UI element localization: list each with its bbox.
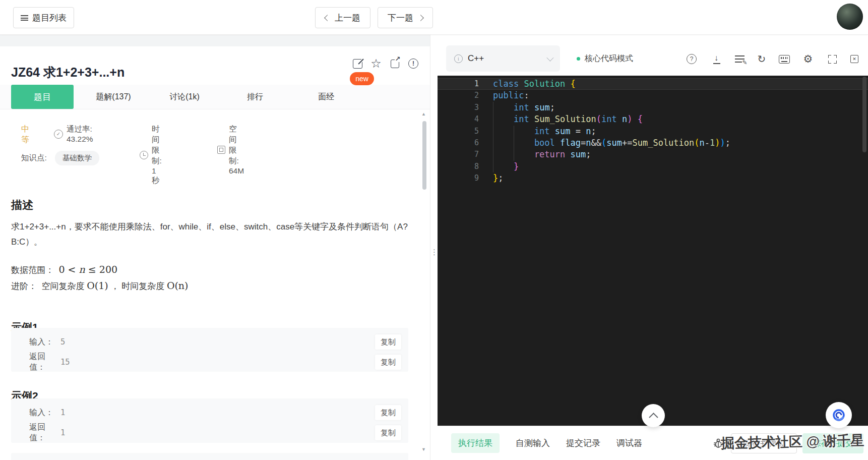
next-example-partial [11,453,408,460]
star-icon[interactable] [370,58,382,69]
example2-output-value: 1 [60,428,65,437]
scrollbar-down-arrow[interactable]: ▼ [421,447,426,452]
time-complexity: O(n) [167,280,189,291]
scrollbar-up-arrow[interactable]: ▲ [421,111,426,117]
clock-icon [140,151,148,159]
exit-layout-icon[interactable] [849,53,860,65]
prev-label: 上一题 [335,12,360,24]
problem-list-button[interactable]: 题目列表 [13,7,74,28]
data-range-math: 0 < n ≤ 200 [58,264,117,275]
settings-gear-icon[interactable] [802,53,814,65]
user-avatar[interactable] [837,4,863,30]
collapse-panel-button[interactable] [642,404,665,427]
copy-button[interactable]: 复制 [375,425,401,440]
space-limit: 空间限制: 64M [217,124,244,176]
report-alert-icon[interactable] [408,58,419,69]
check-circle-icon [54,130,63,139]
panel-divider [430,34,438,460]
tab-self-test-input[interactable]: 自测输入 [516,433,550,453]
advanced-line: 进阶： 空间复杂度 O(1) ， 时间复杂度 O(n) [11,280,189,292]
editor-panel: C++ 核心代码模式 1class Solution {2public:3 in… [438,34,868,460]
chevron-up-icon [649,413,658,422]
new-badge: new [350,72,374,85]
tab-debugger[interactable]: 调试器 [616,433,642,453]
difficulty-badge: 中等 [21,124,29,145]
chevron-left-icon [324,15,331,21]
next-question-button[interactable]: 下一题 [378,7,433,28]
problem-title: JZ64 求1+2+3+...+n [11,64,125,81]
example2-box: 输入： 1 复制 返回值： 1 复制 [11,398,408,443]
result-tabs: 执行结果 自测输入 提交记录 调试器 [451,433,642,453]
keyboard-shortcuts-icon[interactable] [779,53,790,65]
description-body: 求1+2+3+...+n，要求不能使用乘除法、for、while、if、else… [11,219,412,250]
example1-output-value: 15 [60,358,70,367]
tab-problem[interactable]: 题目 [11,85,74,109]
editor-footer: 执行结果 自测输入 提交记录 调试器 保存并调试 保存并提交 [438,426,868,460]
swirl-logo-icon [831,408,846,423]
example1-box: 输入： 5 复制 返回值： 15 复制 [11,328,408,372]
problem-panel: JZ64 求1+2+3+...+n new 题目 题解(137) 讨论(1k) … [0,34,430,460]
tab-ranking[interactable]: 排行 [242,85,268,109]
divider-drag-handle[interactable] [430,245,438,259]
top-bar: 题目列表 上一题 下一题 [0,0,868,35]
example1-input-value: 5 [60,337,65,347]
knowledge-row: 知识点: 基础数学 [21,151,99,165]
edit-icon[interactable] [352,58,363,69]
download-icon[interactable] [711,53,722,65]
copy-button[interactable]: 复制 [375,405,401,420]
save-and-debug-button[interactable]: 保存并调试 [731,433,797,453]
tab-interview[interactable]: 面经 [313,85,339,109]
chip-icon [217,146,225,154]
save-and-submit-button[interactable]: 保存并提交 [802,433,863,453]
tab-submission-history[interactable]: 提交记录 [566,433,600,453]
reset-refresh-icon[interactable] [756,53,767,65]
knowledge-label: 知识点: [21,153,47,163]
problem-tabs: 题目 题解(137) 讨论(1k) 排行 面经 [0,85,430,109]
bug-debug-icon[interactable] [712,437,724,449]
list-icon [21,15,28,21]
problem-actions [352,58,419,69]
floating-logo-button[interactable] [826,402,852,428]
editor-scrollbar-thumb[interactable] [862,77,866,152]
share-external-icon[interactable] [389,58,400,69]
example2-input-row: 输入： 1 复制 [11,405,408,421]
next-label: 下一题 [388,12,413,24]
editor-toolbar-icons [438,53,868,65]
chevron-right-icon [417,15,424,21]
problem-list-label: 题目列表 [32,12,67,24]
description-heading: 描述 [11,198,33,213]
data-range-line: 数据范围： 0 < n ≤ 200 [11,264,117,276]
pass-rate: 通过率: 43.22% [54,124,93,144]
copy-button[interactable]: 复制 [375,355,401,370]
example1-input-row: 输入： 5 复制 [11,334,408,350]
example2-output-row: 返回值： 1 复制 [11,425,408,441]
tab-run-result[interactable]: 执行结果 [451,433,500,453]
fullscreen-icon[interactable] [827,53,838,65]
page: 题目列表 上一题 下一题 JZ64 求1+2+3+...+n new 题目 题解… [0,0,868,460]
space-complexity: O(1) [87,280,108,291]
prev-question-button[interactable]: 上一题 [315,7,370,28]
panel-top-strip [0,34,430,46]
example1-output-row: 返回值： 15 复制 [11,354,408,370]
format-code-icon[interactable] [734,53,745,65]
code-lines: 1class Solution {2public:3 int sum;4 int… [438,76,868,185]
knowledge-tag[interactable]: 基础数学 [55,151,99,165]
scrollbar-thumb[interactable] [422,121,426,190]
help-icon[interactable] [686,53,697,65]
example2-input-value: 1 [60,408,65,417]
time-limit: 时间限制: 1秒 [140,124,162,186]
code-editor[interactable]: 1class Solution {2public:3 int sum;4 int… [438,76,868,426]
tab-discussion[interactable]: 讨论(1k) [164,85,205,109]
copy-button[interactable]: 复制 [375,334,401,350]
tab-solutions[interactable]: 题解(137) [91,85,136,109]
